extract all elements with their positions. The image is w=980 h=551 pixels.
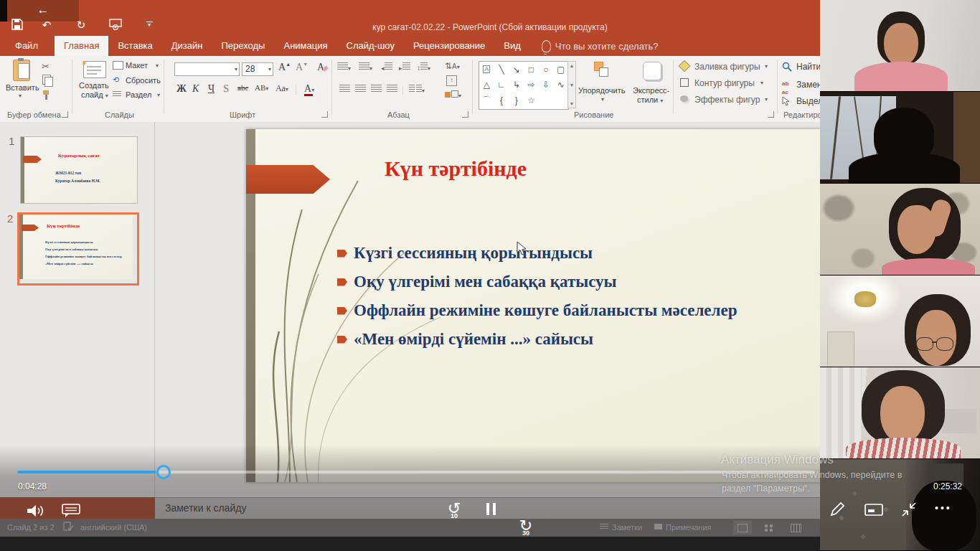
columns-button[interactable]: ▾ <box>409 85 425 94</box>
shape-elbow-arrow[interactable]: ↳ <box>513 80 520 90</box>
slide-bullet-row[interactable]: Оқу үлгерімі мен сабаққа қатысуы <box>337 273 617 291</box>
textbox-shape-icon[interactable]: A <box>483 65 490 73</box>
line-spacing-button[interactable]: ↕▾ <box>417 62 430 72</box>
tab-slideshow[interactable]: Слайд-шоу <box>337 36 404 56</box>
participant-video-5[interactable] <box>820 367 980 459</box>
reset-button[interactable]: ⟲ Сбросить <box>113 75 119 85</box>
clear-formatting-button[interactable]: А <box>317 62 328 73</box>
increase-indent-button[interactable]: ▸ <box>399 62 410 72</box>
shape-arrow[interactable]: ↘ <box>513 65 520 75</box>
thumbnail-slide-1[interactable]: Кураторлық сағат ЖМ21-012 топ Куратор Ал… <box>20 136 138 204</box>
exit-fullscreen-button[interactable] <box>900 501 918 518</box>
bold-button[interactable]: Ж <box>176 83 187 95</box>
slide-bullet-row[interactable]: Оффлайн режиміне көшуге байланысты мәсел… <box>337 301 737 320</box>
participant-video-3[interactable] <box>820 184 980 276</box>
redo-button[interactable]: ↻ <box>74 19 88 32</box>
layout-button[interactable]: Макет▾ <box>113 61 123 71</box>
new-slide-button[interactable]: ✶ Создать слайд ▾ <box>79 60 110 103</box>
volume-button[interactable] <box>26 503 46 519</box>
align-left-button[interactable] <box>339 85 350 94</box>
shape-scribble[interactable]: ∿ <box>557 80 565 90</box>
decrease-font-button[interactable]: А▼ <box>296 62 308 73</box>
tab-home[interactable]: Главная <box>55 36 108 56</box>
playback-progress-handle[interactable] <box>156 465 171 479</box>
paste-button[interactable]: Вставить ▾ <box>9 60 34 101</box>
smartart-button[interactable]: ▾ <box>445 90 461 99</box>
shape-effects-button[interactable]: Эффекты фигур▾ <box>680 95 688 103</box>
shape-oval[interactable]: ○ <box>543 65 548 75</box>
participant-video-2[interactable] <box>820 92 980 184</box>
slide-sorter-view-button[interactable] <box>759 521 778 534</box>
text-shadow-button[interactable]: S <box>223 83 229 95</box>
shape-fill-button[interactable]: Заливка фигуры▾ <box>680 62 689 72</box>
save-button[interactable] <box>11 19 26 30</box>
shape-rounded-rectangle[interactable]: ▢ <box>557 65 565 75</box>
pause-button[interactable] <box>484 503 497 518</box>
strikethrough-button[interactable]: abc <box>237 83 248 92</box>
slide-bullet-row[interactable]: Күзгі сессияның қорытындысы <box>337 244 593 263</box>
tab-file[interactable]: Файл <box>6 36 47 56</box>
customize-qat-button[interactable]: ▾ <box>143 19 155 27</box>
bullets-button[interactable]: ▾ <box>337 62 351 72</box>
shape-down-arrow[interactable]: ⇩ <box>542 80 550 90</box>
justify-button[interactable] <box>387 85 397 94</box>
shape-outline-button[interactable]: Контур фигуры▾ <box>680 78 689 88</box>
increase-font-button[interactable]: А▲ <box>278 62 291 73</box>
spellcheck-icon[interactable] <box>63 522 73 532</box>
tab-view[interactable]: Вид <box>494 36 530 56</box>
participant-video-4[interactable] <box>820 276 980 367</box>
shapes-gallery[interactable]: A ╲ ↘ □ ○ ▢ △ ∟ ↳ ⇨ ⇩ ∿ ⌒ { } ☆ <box>479 61 569 110</box>
paragraph-dialog-launcher[interactable] <box>462 111 468 118</box>
undo-button[interactable]: ↶▾ <box>37 19 59 32</box>
tab-review[interactable]: Рецензирование <box>404 36 494 56</box>
start-slideshow-button[interactable] <box>109 19 126 31</box>
clipboard-dialog-launcher[interactable] <box>62 111 68 118</box>
font-color-button[interactable]: А▾ <box>304 83 314 95</box>
tab-design[interactable]: Дизайн <box>162 36 212 56</box>
notes-toggle[interactable]: Заметки <box>612 523 642 532</box>
tab-transitions[interactable]: Переходы <box>212 36 274 56</box>
format-shape-dialog-launcher[interactable] <box>768 111 774 118</box>
shape-rectangle[interactable]: □ <box>529 65 534 75</box>
quick-styles-icon[interactable] <box>643 62 661 80</box>
decrease-indent-button[interactable]: ◂ <box>381 62 392 72</box>
thumbnail-slide-2[interactable]: Күн тәртібінде Күзгі сессияның қорытынды… <box>19 215 133 279</box>
align-text-button[interactable]: ↕ <box>446 75 457 86</box>
slide-title[interactable]: Күн тәртібінде <box>385 156 527 181</box>
replace-button[interactable]: abac Замен <box>782 78 788 95</box>
cut-button[interactable]: ✂ <box>42 61 50 72</box>
align-center-button[interactable] <box>355 85 366 94</box>
shapes-gallery-scroll[interactable]: ▲▼▼ <box>567 61 576 108</box>
underline-button[interactable]: Ч <box>208 83 215 95</box>
format-painter-button[interactable] <box>42 90 51 100</box>
subtitles-button[interactable] <box>864 504 883 516</box>
chat-button[interactable] <box>62 504 80 518</box>
numbering-button[interactable]: ▾ <box>359 62 372 72</box>
section-button[interactable]: Раздел▾ <box>113 90 121 99</box>
shape-elbow-connector[interactable]: ∟ <box>497 80 506 90</box>
reading-view-button[interactable] <box>786 521 805 534</box>
text-direction-button[interactable]: ⇅А▾ <box>445 61 460 71</box>
normal-view-button[interactable] <box>733 521 752 534</box>
change-case-button[interactable]: Аа▾ <box>275 83 288 94</box>
shape-right-arrow[interactable]: ⇨ <box>527 80 534 90</box>
font-size-combo[interactable]: 28▾ <box>242 62 273 76</box>
annotate-button[interactable] <box>829 501 846 518</box>
shape-left-brace[interactable]: { <box>500 95 503 105</box>
more-options-button[interactable]: ••• <box>935 502 952 514</box>
arrange-button[interactable] <box>593 62 614 80</box>
tell-me-box[interactable]: Что вы хотите сделать? <box>542 36 659 56</box>
language-indicator[interactable]: английский (США) <box>80 523 147 532</box>
rewind-10-button[interactable]: ↺10 <box>445 501 463 518</box>
forward-30-button[interactable]: ↻30 <box>517 518 535 535</box>
shape-arc[interactable]: ⌒ <box>482 95 491 107</box>
comments-toggle[interactable]: Примечания <box>666 523 712 532</box>
italic-button[interactable]: К <box>192 83 199 95</box>
shape-line[interactable]: ╲ <box>499 65 504 75</box>
participant-video-1[interactable] <box>820 0 980 92</box>
participant-video-6[interactable]: 0:25:32 ••• <box>820 459 980 551</box>
font-name-combo[interactable]: ▾ <box>174 62 240 76</box>
slide-bullet-row[interactable]: «Мен өмірді сүйемін ...» сайысы <box>337 330 593 349</box>
shape-star[interactable]: ☆ <box>527 95 535 105</box>
tab-insert[interactable]: Вставка <box>108 36 161 56</box>
